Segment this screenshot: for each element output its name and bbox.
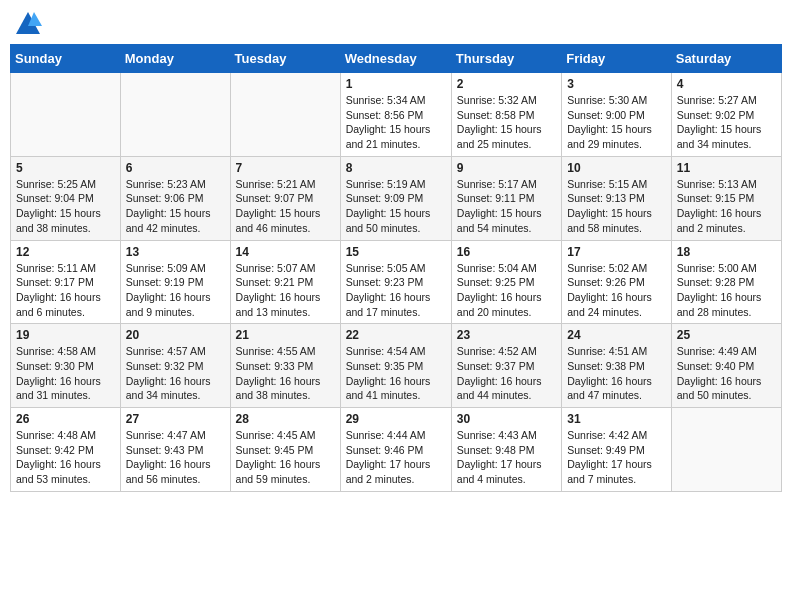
day-info: Sunrise: 5:11 AM Sunset: 9:17 PM Dayligh…	[16, 261, 115, 320]
day-info: Sunrise: 5:21 AM Sunset: 9:07 PM Dayligh…	[236, 177, 335, 236]
day-number: 21	[236, 328, 335, 342]
day-number: 22	[346, 328, 446, 342]
day-header-tuesday: Tuesday	[230, 45, 340, 73]
day-info: Sunrise: 4:48 AM Sunset: 9:42 PM Dayligh…	[16, 428, 115, 487]
day-number: 9	[457, 161, 556, 175]
day-header-sunday: Sunday	[11, 45, 121, 73]
calendar-cell: 20Sunrise: 4:57 AM Sunset: 9:32 PM Dayli…	[120, 324, 230, 408]
day-info: Sunrise: 4:57 AM Sunset: 9:32 PM Dayligh…	[126, 344, 225, 403]
calendar-week-4: 19Sunrise: 4:58 AM Sunset: 9:30 PM Dayli…	[11, 324, 782, 408]
day-header-thursday: Thursday	[451, 45, 561, 73]
calendar-cell: 10Sunrise: 5:15 AM Sunset: 9:13 PM Dayli…	[562, 156, 672, 240]
calendar-cell	[11, 73, 121, 157]
day-info: Sunrise: 4:55 AM Sunset: 9:33 PM Dayligh…	[236, 344, 335, 403]
day-number: 14	[236, 245, 335, 259]
day-header-monday: Monday	[120, 45, 230, 73]
day-number: 1	[346, 77, 446, 91]
day-number: 13	[126, 245, 225, 259]
day-number: 12	[16, 245, 115, 259]
calendar-week-3: 12Sunrise: 5:11 AM Sunset: 9:17 PM Dayli…	[11, 240, 782, 324]
day-number: 18	[677, 245, 776, 259]
calendar-cell: 2Sunrise: 5:32 AM Sunset: 8:58 PM Daylig…	[451, 73, 561, 157]
day-info: Sunrise: 5:17 AM Sunset: 9:11 PM Dayligh…	[457, 177, 556, 236]
day-info: Sunrise: 5:13 AM Sunset: 9:15 PM Dayligh…	[677, 177, 776, 236]
calendar-week-5: 26Sunrise: 4:48 AM Sunset: 9:42 PM Dayli…	[11, 408, 782, 492]
calendar-week-2: 5Sunrise: 5:25 AM Sunset: 9:04 PM Daylig…	[11, 156, 782, 240]
day-info: Sunrise: 5:05 AM Sunset: 9:23 PM Dayligh…	[346, 261, 446, 320]
day-info: Sunrise: 4:42 AM Sunset: 9:49 PM Dayligh…	[567, 428, 666, 487]
calendar-cell: 4Sunrise: 5:27 AM Sunset: 9:02 PM Daylig…	[671, 73, 781, 157]
calendar-cell: 8Sunrise: 5:19 AM Sunset: 9:09 PM Daylig…	[340, 156, 451, 240]
calendar-cell: 21Sunrise: 4:55 AM Sunset: 9:33 PM Dayli…	[230, 324, 340, 408]
day-info: Sunrise: 4:54 AM Sunset: 9:35 PM Dayligh…	[346, 344, 446, 403]
day-number: 2	[457, 77, 556, 91]
day-info: Sunrise: 4:58 AM Sunset: 9:30 PM Dayligh…	[16, 344, 115, 403]
day-number: 25	[677, 328, 776, 342]
day-number: 6	[126, 161, 225, 175]
day-number: 28	[236, 412, 335, 426]
calendar-cell: 16Sunrise: 5:04 AM Sunset: 9:25 PM Dayli…	[451, 240, 561, 324]
calendar-body: 1Sunrise: 5:34 AM Sunset: 8:56 PM Daylig…	[11, 73, 782, 492]
day-number: 7	[236, 161, 335, 175]
calendar-cell: 22Sunrise: 4:54 AM Sunset: 9:35 PM Dayli…	[340, 324, 451, 408]
day-info: Sunrise: 4:45 AM Sunset: 9:45 PM Dayligh…	[236, 428, 335, 487]
calendar-header-row: SundayMondayTuesdayWednesdayThursdayFrid…	[11, 45, 782, 73]
day-number: 3	[567, 77, 666, 91]
day-info: Sunrise: 5:15 AM Sunset: 9:13 PM Dayligh…	[567, 177, 666, 236]
day-info: Sunrise: 5:02 AM Sunset: 9:26 PM Dayligh…	[567, 261, 666, 320]
day-info: Sunrise: 5:09 AM Sunset: 9:19 PM Dayligh…	[126, 261, 225, 320]
day-number: 5	[16, 161, 115, 175]
calendar-cell: 31Sunrise: 4:42 AM Sunset: 9:49 PM Dayli…	[562, 408, 672, 492]
calendar-cell: 6Sunrise: 5:23 AM Sunset: 9:06 PM Daylig…	[120, 156, 230, 240]
calendar-cell: 25Sunrise: 4:49 AM Sunset: 9:40 PM Dayli…	[671, 324, 781, 408]
day-number: 11	[677, 161, 776, 175]
day-number: 23	[457, 328, 556, 342]
day-number: 10	[567, 161, 666, 175]
calendar-cell: 26Sunrise: 4:48 AM Sunset: 9:42 PM Dayli…	[11, 408, 121, 492]
calendar-cell: 27Sunrise: 4:47 AM Sunset: 9:43 PM Dayli…	[120, 408, 230, 492]
calendar-cell: 19Sunrise: 4:58 AM Sunset: 9:30 PM Dayli…	[11, 324, 121, 408]
day-info: Sunrise: 5:23 AM Sunset: 9:06 PM Dayligh…	[126, 177, 225, 236]
calendar-cell: 29Sunrise: 4:44 AM Sunset: 9:46 PM Dayli…	[340, 408, 451, 492]
day-info: Sunrise: 5:32 AM Sunset: 8:58 PM Dayligh…	[457, 93, 556, 152]
day-info: Sunrise: 4:49 AM Sunset: 9:40 PM Dayligh…	[677, 344, 776, 403]
day-number: 4	[677, 77, 776, 91]
day-number: 15	[346, 245, 446, 259]
calendar-cell: 17Sunrise: 5:02 AM Sunset: 9:26 PM Dayli…	[562, 240, 672, 324]
day-number: 8	[346, 161, 446, 175]
calendar-cell: 23Sunrise: 4:52 AM Sunset: 9:37 PM Dayli…	[451, 324, 561, 408]
calendar-cell: 9Sunrise: 5:17 AM Sunset: 9:11 PM Daylig…	[451, 156, 561, 240]
day-info: Sunrise: 5:25 AM Sunset: 9:04 PM Dayligh…	[16, 177, 115, 236]
calendar-cell: 13Sunrise: 5:09 AM Sunset: 9:19 PM Dayli…	[120, 240, 230, 324]
day-info: Sunrise: 5:00 AM Sunset: 9:28 PM Dayligh…	[677, 261, 776, 320]
calendar-cell: 18Sunrise: 5:00 AM Sunset: 9:28 PM Dayli…	[671, 240, 781, 324]
calendar-cell: 11Sunrise: 5:13 AM Sunset: 9:15 PM Dayli…	[671, 156, 781, 240]
calendar-cell: 1Sunrise: 5:34 AM Sunset: 8:56 PM Daylig…	[340, 73, 451, 157]
day-number: 24	[567, 328, 666, 342]
day-number: 31	[567, 412, 666, 426]
day-info: Sunrise: 4:47 AM Sunset: 9:43 PM Dayligh…	[126, 428, 225, 487]
day-info: Sunrise: 4:51 AM Sunset: 9:38 PM Dayligh…	[567, 344, 666, 403]
day-number: 19	[16, 328, 115, 342]
calendar-cell: 3Sunrise: 5:30 AM Sunset: 9:00 PM Daylig…	[562, 73, 672, 157]
day-number: 29	[346, 412, 446, 426]
calendar-table: SundayMondayTuesdayWednesdayThursdayFrid…	[10, 44, 782, 492]
calendar-cell: 12Sunrise: 5:11 AM Sunset: 9:17 PM Dayli…	[11, 240, 121, 324]
day-info: Sunrise: 4:44 AM Sunset: 9:46 PM Dayligh…	[346, 428, 446, 487]
calendar-cell	[230, 73, 340, 157]
day-number: 26	[16, 412, 115, 426]
day-info: Sunrise: 5:27 AM Sunset: 9:02 PM Dayligh…	[677, 93, 776, 152]
day-number: 27	[126, 412, 225, 426]
day-info: Sunrise: 5:30 AM Sunset: 9:00 PM Dayligh…	[567, 93, 666, 152]
day-info: Sunrise: 5:07 AM Sunset: 9:21 PM Dayligh…	[236, 261, 335, 320]
day-header-wednesday: Wednesday	[340, 45, 451, 73]
day-info: Sunrise: 5:04 AM Sunset: 9:25 PM Dayligh…	[457, 261, 556, 320]
calendar-cell	[120, 73, 230, 157]
day-number: 16	[457, 245, 556, 259]
calendar-cell	[671, 408, 781, 492]
day-info: Sunrise: 5:19 AM Sunset: 9:09 PM Dayligh…	[346, 177, 446, 236]
calendar-cell: 15Sunrise: 5:05 AM Sunset: 9:23 PM Dayli…	[340, 240, 451, 324]
calendar-cell: 5Sunrise: 5:25 AM Sunset: 9:04 PM Daylig…	[11, 156, 121, 240]
day-info: Sunrise: 4:43 AM Sunset: 9:48 PM Dayligh…	[457, 428, 556, 487]
day-header-saturday: Saturday	[671, 45, 781, 73]
